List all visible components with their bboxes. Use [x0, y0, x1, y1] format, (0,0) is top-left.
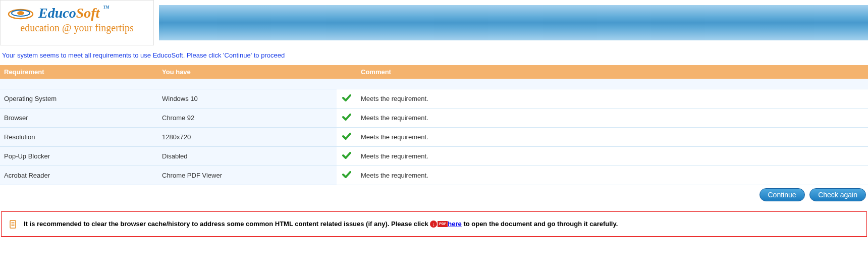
logo-tm: TM: [103, 5, 109, 10]
cell-comment: Meets the requirement.: [357, 166, 868, 185]
cell-requirement: Acrobat Reader: [0, 166, 158, 185]
cell-comment: Meets the requirement.: [357, 127, 868, 146]
cell-comment: Meets the requirement.: [357, 108, 868, 127]
table-row: Pop-Up BlockerDisabledMeets the requirem…: [0, 146, 868, 166]
notice-text: It is recommended to clear the browser c…: [24, 219, 618, 229]
notice-text-after: to open the document and go through it c…: [462, 220, 618, 228]
table-row: Operating SystemWindows 10Meets the requ…: [0, 89, 868, 108]
cell-comment: Meets the requirement.: [357, 89, 868, 108]
check-icon: [342, 113, 351, 123]
spacer-row: [0, 79, 868, 89]
notice-box: It is recommended to clear the browser c…: [1, 211, 867, 237]
cell-comment: Meets the requirement.: [357, 146, 868, 166]
header-comment: Comment: [357, 65, 868, 79]
check-icon: [342, 151, 351, 161]
notice-text-before: It is recommended to clear the browser c…: [24, 220, 430, 228]
check-icon: [342, 132, 351, 142]
table-row: Resolution1280x720Meets the requirement.: [0, 127, 868, 146]
requirements-table: Requirement You have Comment Operating S…: [0, 65, 868, 185]
logo-swoosh-icon: [6, 3, 36, 23]
document-icon: [9, 220, 18, 229]
header-youhave: You have: [158, 65, 337, 79]
cell-requirement: Resolution: [0, 127, 158, 146]
check-again-button[interactable]: Check again: [809, 188, 866, 201]
logo: EducoSoft TM education @ your fingertips: [0, 0, 154, 45]
download-arrow-icon: ↓: [430, 221, 437, 228]
header-requirement: Requirement: [0, 65, 158, 79]
cell-youhave: 1280x720: [158, 127, 337, 146]
cell-requirement: Browser: [0, 108, 158, 127]
here-link[interactable]: here: [448, 220, 461, 228]
svg-point-2: [17, 11, 24, 15]
check-icon: [342, 93, 351, 104]
logo-tagline: education @ your fingertips: [6, 22, 148, 34]
logo-text-soft: Soft: [76, 5, 100, 21]
logo-text-educo: Educo: [38, 5, 76, 21]
cell-youhave: Disabled: [158, 146, 337, 166]
cell-requirement: Operating System: [0, 89, 158, 108]
status-message: Your system seems to meet all requiremen…: [0, 45, 868, 65]
table-row: BrowserChrome 92Meets the requirement.: [0, 108, 868, 127]
cell-requirement: Pop-Up Blocker: [0, 146, 158, 166]
cell-youhave: Chrome PDF Viewer: [158, 166, 337, 185]
cell-youhave: Windows 10: [158, 89, 337, 108]
check-icon: [342, 170, 351, 181]
button-row: Continue Check again: [0, 185, 868, 204]
pdf-badge-icon: ↓PDF: [430, 221, 448, 228]
page-header: EducoSoft TM education @ your fingertips: [0, 0, 868, 45]
pdf-label: PDF: [438, 221, 448, 228]
table-header-row: Requirement You have Comment: [0, 65, 868, 79]
continue-button[interactable]: Continue: [760, 188, 805, 201]
cell-youhave: Chrome 92: [158, 108, 337, 127]
table-row: Acrobat ReaderChrome PDF ViewerMeets the…: [0, 166, 868, 185]
header-banner: [159, 5, 868, 40]
